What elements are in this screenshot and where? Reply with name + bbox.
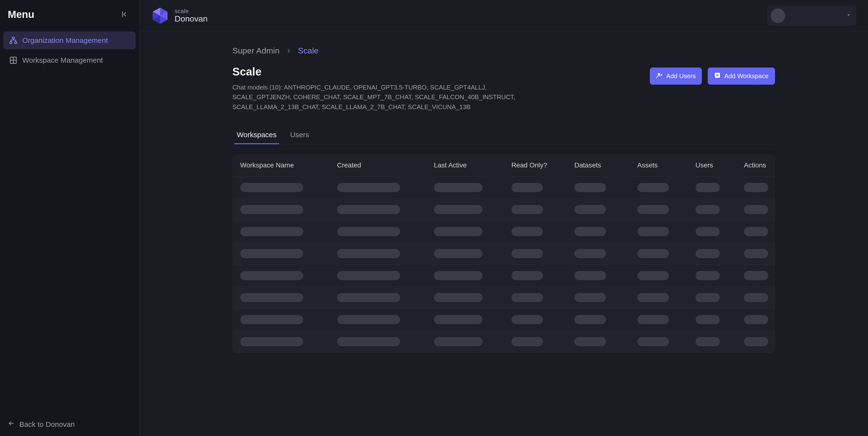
skeleton-loader xyxy=(434,271,483,280)
skeleton-loader xyxy=(434,337,483,346)
back-label: Back to Donovan xyxy=(20,420,74,429)
column-workspace-name: Workspace Name xyxy=(240,161,337,169)
svg-point-11 xyxy=(658,73,660,75)
skeleton-loader xyxy=(434,249,483,258)
table-row xyxy=(232,177,775,199)
back-to-donovan-button[interactable]: Back to Donovan xyxy=(0,412,139,436)
skeleton-loader xyxy=(638,337,669,346)
breadcrumb-current: Scale xyxy=(298,46,318,56)
skeleton-loader xyxy=(744,183,768,192)
skeleton-loader xyxy=(512,183,543,192)
tabs: Workspaces Users xyxy=(232,126,775,144)
skeleton-loader xyxy=(744,315,768,324)
skeleton-loader xyxy=(240,249,303,258)
column-read-only: Read Only? xyxy=(512,161,575,169)
skeleton-loader xyxy=(337,227,400,236)
svg-rect-2 xyxy=(15,42,17,43)
skeleton-loader xyxy=(695,227,720,236)
column-actions: Actions xyxy=(744,161,769,169)
brand-name: Donovan xyxy=(175,14,208,23)
sidebar-item-workspace-management[interactable]: Workspace Management xyxy=(3,51,135,69)
skeleton-loader xyxy=(744,249,768,258)
grid-icon xyxy=(9,56,18,65)
user-menu-dropdown[interactable] xyxy=(767,6,857,26)
skeleton-loader xyxy=(575,183,606,192)
skeleton-loader xyxy=(575,293,606,302)
skeleton-loader xyxy=(512,293,543,302)
skeleton-loader xyxy=(695,205,720,214)
add-workspace-button[interactable]: Add Workspace xyxy=(708,68,775,85)
skeleton-loader xyxy=(638,271,669,280)
sidebar-item-label: Organization Management xyxy=(22,36,108,44)
sidebar-header: Menu xyxy=(0,0,139,29)
skeleton-loader xyxy=(240,227,303,236)
workspaces-table: Workspace Name Created Last Active Read … xyxy=(232,154,775,353)
skeleton-loader xyxy=(337,249,400,258)
svg-rect-0 xyxy=(12,37,14,39)
plus-square-icon xyxy=(714,72,721,80)
skeleton-loader xyxy=(337,271,400,280)
skeleton-loader xyxy=(695,315,720,324)
skeleton-loader xyxy=(744,271,768,280)
chevron-right-icon xyxy=(285,47,292,54)
skeleton-loader xyxy=(512,227,543,236)
skeleton-loader xyxy=(575,249,606,258)
skeleton-loader xyxy=(240,337,303,346)
column-created: Created xyxy=(337,161,434,169)
skeleton-loader xyxy=(575,315,606,324)
skeleton-loader xyxy=(744,227,768,236)
skeleton-loader xyxy=(240,293,303,302)
table-body xyxy=(232,177,775,353)
arrow-left-icon xyxy=(8,420,15,429)
skeleton-loader xyxy=(744,293,768,302)
topbar: scale Donovan xyxy=(139,0,868,31)
skeleton-loader xyxy=(434,227,483,236)
skeleton-loader xyxy=(575,337,606,346)
skeleton-loader xyxy=(638,227,669,236)
sidebar-item-organization-management[interactable]: Organization Management xyxy=(3,31,135,49)
table-row xyxy=(232,265,775,287)
breadcrumb-root[interactable]: Super Admin xyxy=(232,46,280,56)
brand: scale Donovan xyxy=(151,6,208,25)
content: Super Admin Scale Scale Chat models (10)… xyxy=(139,31,868,436)
skeleton-loader xyxy=(638,249,669,258)
table-row xyxy=(232,199,775,221)
tab-users[interactable]: Users xyxy=(288,126,311,144)
skeleton-loader xyxy=(695,271,720,280)
skeleton-loader xyxy=(638,205,669,214)
column-users: Users xyxy=(695,161,744,169)
skeleton-loader xyxy=(695,337,720,346)
skeleton-loader xyxy=(337,293,400,302)
sidebar-item-label: Workspace Management xyxy=(22,56,103,64)
org-chart-icon xyxy=(9,36,18,45)
table-row xyxy=(232,287,775,309)
skeleton-loader xyxy=(512,205,543,214)
brand-text: scale Donovan xyxy=(175,8,208,24)
skeleton-loader xyxy=(240,315,303,324)
button-label: Add Workspace xyxy=(724,72,769,80)
avatar xyxy=(771,8,785,23)
skeleton-loader xyxy=(638,293,669,302)
add-users-button[interactable]: Add Users xyxy=(650,68,702,85)
skeleton-loader xyxy=(575,227,606,236)
page-header: Scale Chat models (10): ANTHROPIC_CLAUDE… xyxy=(232,65,775,112)
skeleton-loader xyxy=(337,315,400,324)
user-plus-icon xyxy=(656,72,663,80)
collapse-sidebar-button[interactable] xyxy=(120,9,131,20)
column-assets: Assets xyxy=(638,161,695,169)
table-row xyxy=(232,309,775,331)
sidebar: Menu Organization Management Workspace M… xyxy=(0,0,139,436)
sidebar-nav: Organization Management Workspace Manage… xyxy=(0,29,139,412)
skeleton-loader xyxy=(638,183,669,192)
skeleton-loader xyxy=(575,271,606,280)
skeleton-loader xyxy=(512,337,543,346)
skeleton-loader xyxy=(744,337,768,346)
svg-rect-1 xyxy=(10,42,12,43)
skeleton-loader xyxy=(695,183,720,192)
button-label: Add Users xyxy=(666,72,695,80)
main: scale Donovan Super Admin Scale xyxy=(139,0,868,436)
skeleton-loader xyxy=(337,205,400,214)
breadcrumb: Super Admin Scale xyxy=(232,46,775,56)
tab-workspaces[interactable]: Workspaces xyxy=(235,126,279,144)
brand-logo-icon xyxy=(151,6,169,25)
